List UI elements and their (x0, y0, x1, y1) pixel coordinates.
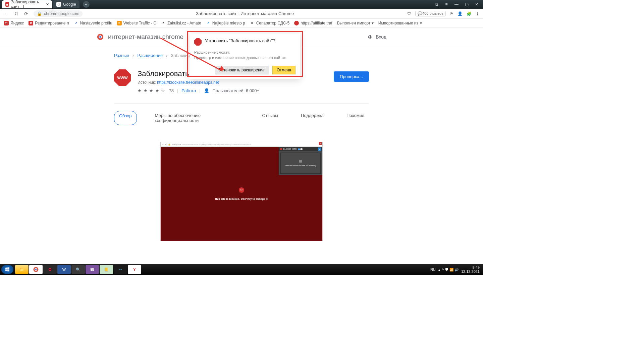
blocked-message: This site is blocked. Don't try to chang… (215, 197, 269, 200)
browser-toolbar: ← Я ⟳ 🔒 chrome.google.com Заблокировать … (0, 9, 483, 19)
windows-taskbar: 📁 O W 🔍 ☎ 📒 ✏ Y RU ▴ 🏳 ⛊ 📶 🔊 9:49 12.12.… (0, 264, 483, 275)
user-icon: 👤 (204, 88, 209, 93)
maximize-button[interactable]: ▢ (464, 2, 470, 7)
taskbar-app-chrome[interactable] (29, 265, 43, 274)
signin-link[interactable]: Вход (366, 34, 386, 40)
taskbar-app-opera[interactable]: O (43, 265, 57, 274)
bookmark-item[interactable]: ↗Nastavenie profilu (74, 21, 112, 25)
tab-privacy[interactable]: Меры по обеспечению конфиденциальности (150, 111, 244, 125)
bookmark-item[interactable]: ЯРедактирование п (29, 21, 69, 25)
taskbar-app-viber[interactable]: ☎ (86, 265, 99, 274)
extension-stats: ★ ★ ★ ★ ☆ 78 | Работа | 👤 Пользователей:… (138, 88, 259, 93)
address-bar[interactable]: 🔒 chrome.google.com (34, 10, 83, 17)
chevron-right-icon: › (166, 53, 167, 58)
extension-icon: WWW (114, 69, 131, 86)
extensions-icon[interactable]: 🧩 (467, 11, 472, 16)
windows-logo-icon (4, 266, 10, 273)
dialog-title: Установить "Заблокировать сайт"? (205, 38, 275, 43)
yandex-home-icon[interactable]: Я (13, 11, 19, 16)
bookmark-item[interactable]: ZZakulisi.cz - Amate (161, 21, 201, 25)
bookmark-folder[interactable]: Выполнен импорт ▾ (337, 21, 374, 25)
favicon-icon: ■ (5, 2, 9, 7)
taskbar-app-word[interactable]: W (57, 265, 71, 274)
extension-screenshot: ←C🔒 Block Site chrome-extension://dgkfmy… (160, 142, 323, 241)
screenshot-close-icon: ✕ (319, 142, 322, 145)
tab-overview[interactable]: Обзор (114, 111, 137, 125)
chrome-store-logo-icon (97, 33, 104, 41)
dialog-extension-icon (194, 38, 202, 46)
install-check-button[interactable]: Проверка... (334, 71, 369, 82)
tab-support[interactable]: Поддержка (296, 111, 328, 125)
bookmark-item[interactable]: ✕Сепаратор СДС-5 (250, 21, 290, 25)
new-tab-button[interactable]: ＋ (83, 1, 90, 8)
minimize-button[interactable]: — (453, 2, 460, 7)
taskbar-language[interactable]: RU (430, 267, 436, 272)
tab-close-icon[interactable]: ✕ (46, 2, 49, 7)
rating-count: 78 (169, 88, 173, 93)
bookmark-item[interactable]: https://affiliate.traf (294, 21, 332, 25)
browser-tab-active[interactable]: ■ Заблокировать сайт - I ✕ (2, 0, 52, 8)
screenshot-addressbar: ←C🔒 Block Site chrome-extension://dgkfmy… (161, 142, 322, 147)
browser-tab-inactive[interactable]: G Google (53, 0, 79, 8)
protect-icon[interactable]: 🛡 (407, 11, 411, 16)
bookmark-folder[interactable]: Импортированные из ▾ (378, 21, 422, 25)
taskbar-app-yandex[interactable]: Y (128, 265, 141, 274)
screenshot-body: ⦸ This site is blocked. Don't try to cha… (161, 147, 322, 241)
bookmark-item[interactable]: SWebsite Traffic - C (117, 21, 156, 25)
favicon-icon: G (56, 2, 61, 7)
reload-button[interactable]: ⟳ (23, 11, 29, 16)
tablo-icon[interactable]: ⧉ (433, 2, 439, 7)
start-button[interactable] (1, 265, 13, 274)
taskbar-app-notes[interactable]: 📒 (100, 265, 113, 274)
page-title: Заблокировать сайт - Интернет-магазин Ch… (87, 11, 402, 16)
taskbar-clock[interactable]: 9:49 12.12.2021 (461, 265, 480, 274)
breadcrumb-home[interactable]: Разные (114, 53, 129, 58)
users-count: Пользователей: 6 000+ (213, 88, 259, 93)
breadcrumb-ext[interactable]: Расширения (137, 53, 163, 58)
svg-point-6 (35, 269, 37, 270)
popup-close-icon: « (318, 147, 321, 151)
tab-label: Google (63, 2, 76, 7)
lock-icon: 🔒 (37, 11, 42, 16)
dialog-subtitle: Расширение сможет: (194, 50, 296, 54)
tab-reviews[interactable]: Отзывы (257, 111, 283, 125)
close-window-button[interactable]: ✕ (474, 2, 480, 7)
dialog-permission: Просмотр и изменение ваших данных на все… (194, 56, 296, 60)
bookmarks-bar: ЯЯндекс ЯРедактирование п ↗Nastavenie pr… (0, 19, 483, 27)
downloads-icon[interactable]: ⭳ (476, 11, 480, 16)
chevron-right-icon: › (132, 53, 134, 58)
store-brand[interactable]: интернет-магазин chrome (97, 33, 183, 41)
svg-point-2 (99, 36, 101, 38)
extension-tabs: Обзор Меры по обеспечению конфиденциальн… (114, 111, 369, 125)
star-rating-icon: ★ ★ ★ ★ ☆ (138, 88, 165, 93)
bookmark-item[interactable]: ЯЯндекс (4, 21, 24, 25)
back-button[interactable]: ← (3, 11, 9, 16)
category-link[interactable]: Работа (181, 88, 196, 93)
gear-icon (366, 34, 372, 40)
extension-source: Источник: https://blocksite.freeonlineap… (138, 80, 259, 85)
tray-icons[interactable]: ▴ 🏳 ⛊ 📶 🔊 (438, 268, 459, 272)
window-titlebar: ■ Заблокировать сайт - I ✕ G Google ＋ ⧉ … (0, 0, 483, 9)
bookmark-icon[interactable]: ⚑ (450, 11, 453, 16)
bookmark-item[interactable]: ↗Najlepšie miesto p (206, 21, 245, 25)
install-dialog: Установить "Заблокировать сайт"? Расшире… (190, 34, 300, 79)
profile-icon[interactable]: 👤 (458, 11, 463, 16)
taskbar-app-explorer[interactable]: 📁 (15, 265, 29, 274)
divider (114, 103, 369, 104)
reviews-pill[interactable]: 💬400 отзывов (415, 11, 446, 16)
cancel-button[interactable]: Отмена (272, 66, 296, 74)
tab-label: Заблокировать сайт - I (11, 0, 43, 9)
block-icon: ⦸ (239, 187, 244, 193)
menu-icon[interactable]: ≡ (443, 2, 449, 7)
taskbar-app-paint[interactable]: ✏ (114, 265, 127, 274)
extension-source-link[interactable]: https://blocksite.freeonlineapps.net (157, 80, 219, 85)
taskbar-app-magnifier[interactable]: 🔍 (71, 265, 85, 274)
url-text: chrome.google.com (44, 11, 79, 16)
toggle-icon: ⬤⚪ (298, 148, 303, 150)
screenshot-popup: BLOCK SITE ⬤⚪ « This site isn't availabl… (279, 147, 322, 175)
tab-related[interactable]: Похожие (342, 111, 369, 125)
